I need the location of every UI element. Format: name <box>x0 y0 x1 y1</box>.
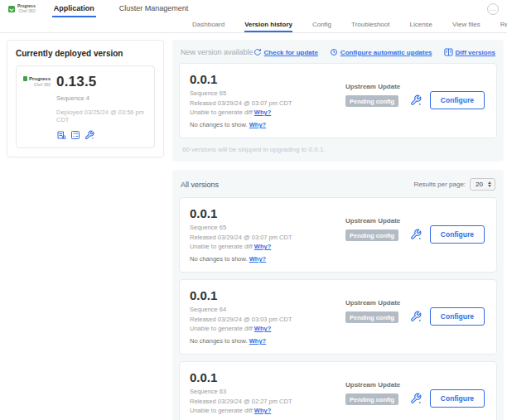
release-notes-icon[interactable] <box>56 130 66 140</box>
progress-chef-logo-icon <box>8 6 15 12</box>
progress-chef-logo-icon <box>23 76 27 81</box>
version-sequence: Sequence 65 <box>190 224 345 231</box>
deployed-logo-line1: Progress <box>29 76 51 81</box>
version-source: Upstream Update <box>345 217 410 224</box>
why-diff-link[interactable]: Why? <box>254 243 271 250</box>
currently-deployed-heading: Currently deployed version <box>16 49 155 58</box>
app-logo: Progress Chef 360 <box>8 0 36 17</box>
why-changes-link[interactable]: Why? <box>249 337 266 345</box>
deployed-version-card: Progress Chef 360 0.13.5 Sequence 4 Depl… <box>16 65 155 148</box>
currently-deployed-card: Currently deployed version Progress Chef… <box>7 40 164 157</box>
version-number: 0.0.1 <box>190 72 345 86</box>
version-row: 0.0.1 Sequence 63 Released 03/29/24 @ 02… <box>179 361 497 420</box>
deployed-timestamp: Deployed 03/25/24 @ 03:56 pm CDT <box>56 109 147 123</box>
subnav-item-version-history[interactable]: Version history <box>244 17 292 32</box>
why-diff-link[interactable]: Why? <box>254 109 271 116</box>
check-for-update-link[interactable]: Check for update <box>254 48 318 56</box>
tab-cluster-management[interactable]: Cluster Management <box>118 0 191 17</box>
new-version-heading: New version available <box>181 48 254 56</box>
refresh-icon <box>254 48 262 56</box>
subnav-item-dashboard[interactable]: Dashboard <box>192 17 225 32</box>
select-stepper-icon <box>488 181 491 187</box>
version-released: Released 03/29/24 @ 02:27 pm CDT <box>190 398 345 405</box>
version-released: Released 03/29/24 @ 03:07 pm CDT <box>190 234 345 241</box>
config-checklist-icon[interactable] <box>70 130 80 140</box>
version-sequence: Sequence 63 <box>190 388 345 395</box>
version-released: Released 03/29/24 @ 03:07 pm CDT <box>190 99 345 107</box>
version-source: Upstream Update <box>345 381 410 389</box>
results-per-page-select[interactable]: 20 <box>470 178 495 191</box>
configure-button[interactable]: Configure <box>430 307 485 326</box>
top-tabs: Application Cluster Management <box>52 0 191 17</box>
new-version-panel: New version available Check for update C… <box>172 40 504 162</box>
skip-versions-note: 60 versions will be skipped in upgrading… <box>182 146 494 153</box>
status-badge: Pending config <box>345 311 398 323</box>
subnav-item-registry-settings[interactable]: Registry settings <box>500 17 507 32</box>
page-content: Currently deployed version Progress Chef… <box>0 33 507 420</box>
edit-config-wrench-icon[interactable] <box>410 94 422 106</box>
why-diff-link[interactable]: Why? <box>254 407 271 414</box>
version-source: Upstream Update <box>345 299 410 307</box>
ellipsis-menu-icon[interactable]: ... <box>487 3 499 15</box>
top-nav: Progress Chef 360 Application Cluster Ma… <box>0 0 507 17</box>
edit-config-wrench-icon[interactable] <box>410 311 422 322</box>
results-per-page-label: Results per page: <box>413 181 466 188</box>
version-sequence: Sequence 64 <box>190 306 345 313</box>
tab-application[interactable]: Application <box>52 0 96 17</box>
app-subnav: Dashboard Version history Config Trouble… <box>0 17 507 33</box>
diff-versions-link[interactable]: Diff versions <box>444 48 495 56</box>
subnav-item-view-files[interactable]: View files <box>452 17 480 32</box>
all-versions-panel: All versions Results per page: 20 0.0.1 … <box>172 170 504 420</box>
all-versions-heading: All versions <box>181 181 219 189</box>
schedule-clock-icon <box>330 48 338 56</box>
deployed-version-number: 0.13.5 <box>56 74 147 90</box>
version-number: 0.0.1 <box>190 288 345 302</box>
edit-config-wrench-icon[interactable] <box>410 393 422 404</box>
status-badge: Pending config <box>345 229 398 241</box>
version-row: 0.0.1 Sequence 64 Released 03/29/24 @ 03… <box>179 279 497 355</box>
logo-line2: Chef 360 <box>17 9 36 14</box>
configure-button[interactable]: Configure <box>430 225 485 244</box>
version-source: Upstream Update <box>345 83 410 90</box>
subnav-item-troubleshoot[interactable]: Troubleshoot <box>351 17 389 32</box>
version-number: 0.0.1 <box>190 370 345 384</box>
configure-button[interactable]: Configure <box>430 389 485 408</box>
new-version-row: 0.0.1 Sequence 65 Released 03/29/24 @ 03… <box>179 63 497 138</box>
status-badge: Pending config <box>345 393 398 405</box>
version-released: Released 03/29/24 @ 03:03 pm CDT <box>190 316 345 323</box>
subnav-item-config[interactable]: Config <box>312 17 331 32</box>
subnav-item-license[interactable]: License <box>409 17 432 32</box>
version-number: 0.0.1 <box>190 206 345 220</box>
status-badge: Pending config <box>345 95 398 107</box>
configure-automatic-updates-link[interactable]: Configure automatic updates <box>330 48 432 56</box>
why-changes-link[interactable]: Why? <box>249 255 266 263</box>
why-changes-link[interactable]: Why? <box>249 121 266 128</box>
diff-columns-icon <box>444 48 453 56</box>
deployed-logo-line2: Chef 360 <box>23 82 51 87</box>
configure-button[interactable]: Configure <box>430 91 485 109</box>
version-row: 0.0.1 Sequence 65 Released 03/29/24 @ 03… <box>179 197 497 273</box>
edit-config-wrench-icon[interactable] <box>84 130 94 140</box>
deployed-sequence: Sequence 4 <box>56 94 147 102</box>
why-diff-link[interactable]: Why? <box>254 325 271 332</box>
version-sequence: Sequence 65 <box>190 89 345 97</box>
edit-config-wrench-icon[interactable] <box>410 229 422 240</box>
deployed-app-logo: Progress Chef 360 <box>23 74 51 140</box>
